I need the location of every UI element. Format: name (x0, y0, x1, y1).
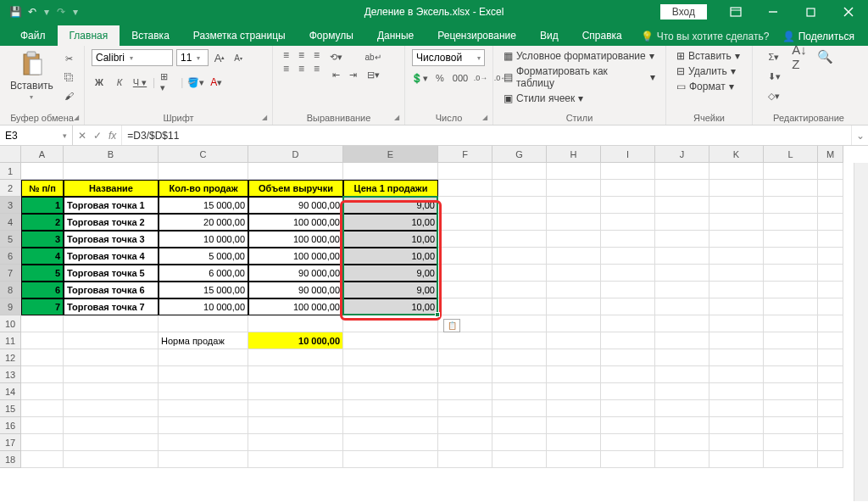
cell-price-5[interactable]: 10,00 (343, 231, 438, 248)
cell-E13[interactable] (343, 366, 438, 383)
percent-icon[interactable]: % (432, 70, 448, 86)
align-top-icon[interactable]: ≡ (280, 49, 292, 60)
cell-qty-3[interactable]: 15 000,00 (159, 197, 248, 214)
cut-icon[interactable]: ✂ (62, 51, 77, 66)
format-cells-button[interactable]: ▭Формат ▾ (673, 80, 743, 93)
row-header-4[interactable]: 4 (0, 214, 21, 231)
cell-H5[interactable] (547, 231, 601, 248)
cell-L4[interactable] (764, 214, 818, 231)
cell-J4[interactable] (655, 214, 709, 231)
cell-H9[interactable] (547, 298, 601, 315)
cell-I13[interactable] (601, 366, 655, 383)
col-header-F[interactable]: F (438, 146, 492, 163)
cell-K15[interactable] (709, 400, 764, 417)
cell-G3[interactable] (492, 197, 547, 214)
cell-G8[interactable] (492, 282, 547, 298)
cell-B14[interactable] (64, 383, 159, 400)
cell-qty-8[interactable]: 15 000,00 (159, 282, 248, 298)
autosum-icon[interactable]: Σ▾ (766, 49, 782, 64)
cell-H1[interactable] (547, 163, 601, 180)
clear-icon[interactable]: ◇▾ (766, 88, 782, 103)
col-header-J[interactable]: J (655, 146, 709, 163)
italic-icon[interactable]: К (112, 75, 127, 90)
cell-num-7[interactable]: 5 (21, 265, 64, 282)
cell-price-4[interactable]: 10,00 (343, 214, 438, 231)
cell-I16[interactable] (601, 417, 655, 434)
cell-G11[interactable] (492, 332, 547, 349)
cell-G16[interactable] (492, 417, 547, 434)
cell-L10[interactable] (764, 315, 818, 332)
bold-icon[interactable]: Ж (92, 75, 107, 90)
col-header-B[interactable]: B (64, 146, 159, 163)
cell-I15[interactable] (601, 400, 655, 417)
cell-I6[interactable] (601, 248, 655, 265)
align-middle-icon[interactable]: ≡ (295, 49, 308, 60)
cell-H7[interactable] (547, 265, 601, 282)
cell-F15[interactable] (438, 400, 492, 417)
fill-handle[interactable] (435, 312, 440, 317)
select-all-corner[interactable] (0, 146, 21, 163)
tab-help[interactable]: Справка (570, 25, 634, 46)
cell-D18[interactable] (248, 451, 343, 468)
tab-page-layout[interactable]: Разметка страницы (181, 25, 298, 46)
cell-price-7[interactable]: 9,00 (343, 265, 438, 282)
cell-F12[interactable] (438, 349, 492, 366)
cell-M4[interactable] (818, 214, 843, 231)
cell-I1[interactable] (601, 163, 655, 180)
clipboard-launcher-icon[interactable]: ◢ (74, 114, 79, 121)
cell-I14[interactable] (601, 383, 655, 400)
cell-A17[interactable] (21, 434, 64, 451)
tab-insert[interactable]: Вставка (120, 25, 181, 46)
cell-E12[interactable] (343, 349, 438, 366)
cell-M1[interactable] (818, 163, 843, 180)
cell-C17[interactable] (159, 434, 248, 451)
cell-L15[interactable] (764, 400, 818, 417)
cell-H18[interactable] (547, 451, 601, 468)
cell-F9[interactable] (438, 298, 492, 315)
cell-J17[interactable] (655, 434, 709, 451)
cell-H12[interactable] (547, 349, 601, 366)
row-header-10[interactable]: 10 (0, 315, 21, 332)
wrap-text-icon[interactable]: ab↵ (365, 49, 381, 64)
cell-F2[interactable] (438, 180, 492, 197)
cell-L18[interactable] (764, 451, 818, 468)
cell-H11[interactable] (547, 332, 601, 349)
cell-B1[interactable] (64, 163, 159, 180)
col-header-D[interactable]: D (248, 146, 343, 163)
cell-G13[interactable] (492, 366, 547, 383)
norma-label-cell[interactable]: Норма продаж (159, 332, 248, 349)
cell-A11[interactable] (21, 332, 64, 349)
close-icon[interactable] (829, 0, 868, 24)
cell-D17[interactable] (248, 434, 343, 451)
cell-rev-8[interactable]: 90 000,00 (248, 282, 343, 298)
cell-B11[interactable] (64, 332, 159, 349)
font-launcher-icon[interactable]: ◢ (262, 114, 267, 121)
cell-H14[interactable] (547, 383, 601, 400)
cell-G5[interactable] (492, 231, 547, 248)
cell-name-9[interactable]: Торговая точка 7 (64, 298, 159, 315)
cell-price-3[interactable]: 9,00 (343, 197, 438, 214)
cell-K9[interactable] (709, 298, 764, 315)
cell-E1[interactable] (343, 163, 438, 180)
accounting-icon[interactable]: 💲▾ (412, 70, 427, 86)
vertical-scrollbar[interactable] (854, 163, 868, 501)
cell-F5[interactable] (438, 231, 492, 248)
cell-J18[interactable] (655, 451, 709, 468)
cell-K17[interactable] (709, 434, 764, 451)
cell-A15[interactable] (21, 400, 64, 417)
font-color-icon[interactable]: A▾ (209, 75, 224, 90)
conditional-formatting-button[interactable]: ▦Условное форматирование ▾ (500, 49, 659, 63)
qat-customize-icon[interactable]: ▾ (73, 6, 78, 18)
cell-F18[interactable] (438, 451, 492, 468)
cell-J6[interactable] (655, 248, 709, 265)
cell-D15[interactable] (248, 400, 343, 417)
cell-M10[interactable] (818, 315, 843, 332)
cell-F17[interactable] (438, 434, 492, 451)
cell-I4[interactable] (601, 214, 655, 231)
cell-G6[interactable] (492, 248, 547, 265)
increase-decimal-icon[interactable]: .0→ (473, 70, 488, 86)
orientation-icon[interactable]: ⟲▾ (328, 49, 343, 64)
sort-filter-icon[interactable]: A↓Z (792, 49, 807, 64)
cell-M5[interactable] (818, 231, 843, 248)
cell-K18[interactable] (709, 451, 764, 468)
